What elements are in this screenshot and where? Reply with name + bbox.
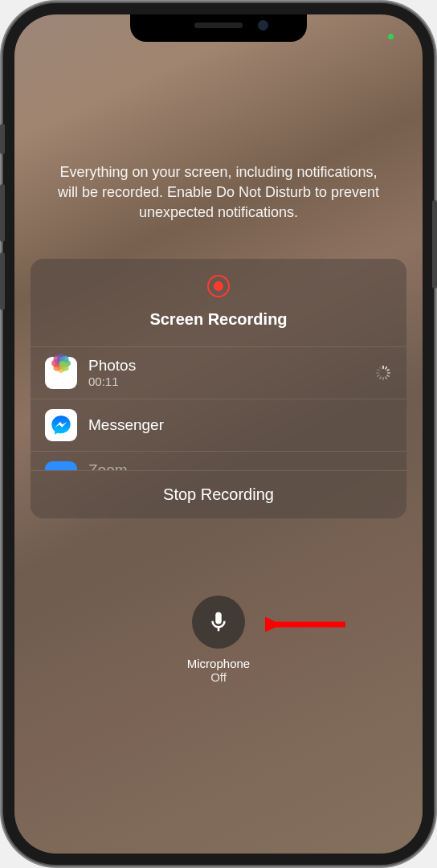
destination-row-zoom[interactable]: Zoom (31, 451, 406, 470)
microphone-toggle-button[interactable] (192, 596, 245, 649)
svg-rect-11 (379, 366, 382, 369)
svg-rect-4 (386, 374, 390, 377)
microphone-label: Microphone (14, 657, 423, 670)
annotation-arrow-icon (265, 613, 353, 652)
power-button (432, 200, 437, 289)
svg-rect-3 (387, 372, 390, 374)
svg-rect-10 (377, 368, 380, 371)
recording-indicator-dot (388, 34, 394, 39)
row-label: Photos (88, 357, 363, 375)
volume-up-button (0, 184, 5, 242)
card-title: Screen Recording (31, 310, 406, 337)
destination-row-messenger[interactable]: Messenger (31, 399, 406, 451)
svg-rect-0 (382, 365, 384, 368)
photos-app-icon (45, 357, 77, 389)
notch (130, 14, 307, 42)
svg-rect-1 (385, 366, 388, 369)
screen-recording-card: Screen Recording Photos 00:11 (31, 259, 406, 518)
row-label: Messenger (88, 416, 392, 434)
svg-rect-5 (385, 375, 388, 379)
zoom-app-icon (45, 461, 77, 470)
microphone-state: Off (14, 670, 423, 684)
svg-rect-7 (379, 375, 382, 379)
svg-rect-6 (382, 377, 384, 380)
svg-rect-9 (376, 372, 379, 374)
volume-down-button (0, 252, 5, 310)
loading-spinner-icon (374, 364, 392, 382)
card-header: Screen Recording (31, 259, 406, 346)
microphone-icon (206, 610, 231, 634)
screen: Everything on your screen, including not… (14, 14, 423, 854)
microphone-area: Microphone Off (14, 596, 423, 684)
svg-rect-8 (377, 374, 380, 377)
info-text: Everything on your screen, including not… (14, 162, 423, 223)
row-label: Zoom (88, 461, 392, 470)
stop-recording-button[interactable]: Stop Recording (31, 470, 406, 518)
destination-row-photos[interactable]: Photos 00:11 (31, 346, 406, 399)
phone-frame: Everything on your screen, including not… (3, 3, 434, 865)
messenger-app-icon (45, 409, 77, 441)
svg-rect-2 (386, 368, 390, 371)
recording-timer: 00:11 (88, 375, 363, 388)
silence-switch (0, 124, 5, 154)
record-icon (207, 275, 230, 297)
